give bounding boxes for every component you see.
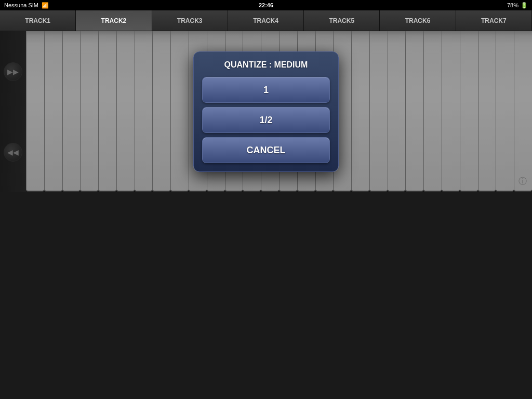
- modal-title: QUANTIZE : MEDIUM: [202, 60, 330, 70]
- battery-label: 78%: [507, 2, 518, 8]
- wifi-icon: 📶: [42, 2, 49, 9]
- tab-track3[interactable]: TRACK3: [152, 10, 228, 31]
- tab-track2[interactable]: TRACK2: [76, 10, 152, 31]
- keyboard-area: ▶▶ ◀◀ .keys-wrapper { margin-left: 50px;…: [0, 31, 532, 192]
- track-tabs: TRACK1 TRACK2 TRACK3 TRACK4 TRACK5 TRACK…: [0, 10, 532, 31]
- quantize-1-button[interactable]: 1: [202, 77, 330, 103]
- tab-track7[interactable]: TRACK7: [456, 10, 532, 31]
- tab-track4[interactable]: TRACK4: [228, 10, 304, 31]
- tab-track5[interactable]: TRACK5: [304, 10, 380, 31]
- tab-track1[interactable]: TRACK1: [0, 10, 76, 31]
- battery-icon: 🔋: [521, 2, 528, 9]
- time-label: 22:46: [259, 2, 273, 8]
- status-bar: Nessuna SIM 📶 22:46 78% 🔋: [0, 0, 532, 10]
- modal-overlay[interactable]: QUANTIZE : MEDIUM 1 1/2 CANCEL: [0, 31, 532, 192]
- modal-dialog: QUANTIZE : MEDIUM 1 1/2 CANCEL: [193, 51, 339, 172]
- tab-track6[interactable]: TRACK6: [380, 10, 456, 31]
- carrier-label: Nessuna SIM: [4, 2, 38, 8]
- cancel-button[interactable]: CANCEL: [202, 137, 330, 163]
- quantize-half-button[interactable]: 1/2: [202, 107, 330, 133]
